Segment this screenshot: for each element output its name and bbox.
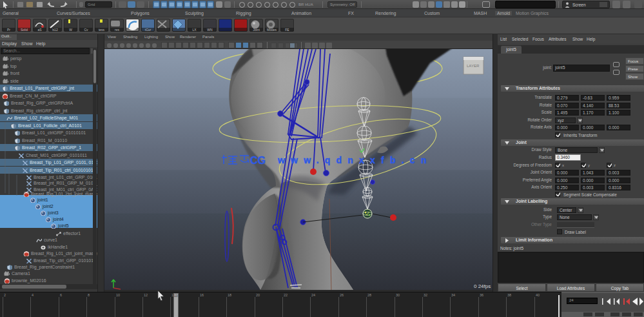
svg-text:www.qdnxxfb.cn: www.qdnxxfb.cn [277,155,433,165]
svg-text:LAYER: LAYER [467,64,480,68]
svg-text:0 24fps: 0 24fps [474,283,491,289]
svg-text:CG: CG [250,155,266,166]
